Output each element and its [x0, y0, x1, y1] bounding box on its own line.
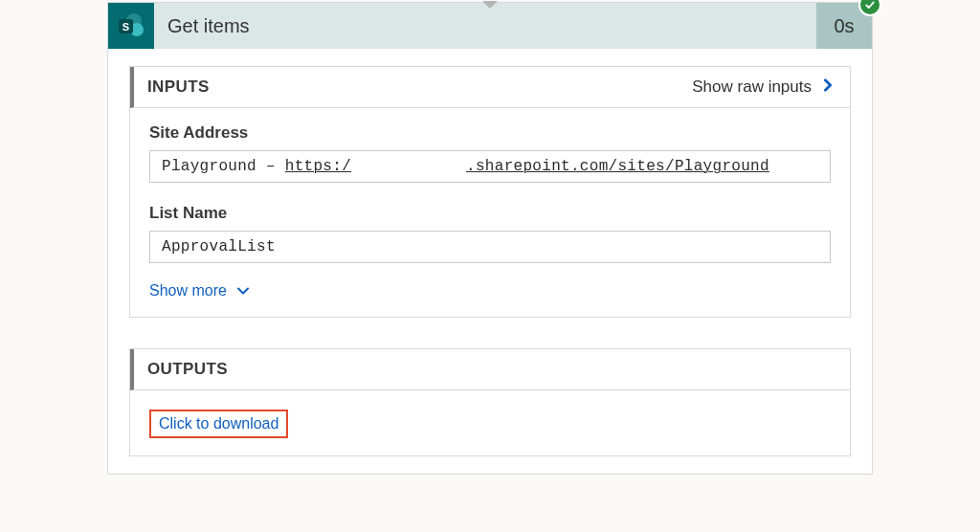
site-address-label: Site Address	[149, 123, 831, 143]
show-raw-inputs-link[interactable]: Show raw inputs	[692, 78, 835, 97]
outputs-panel-body: Click to download	[130, 390, 850, 455]
action-title: Get items	[154, 3, 816, 49]
show-more-link[interactable]: Show more	[149, 282, 250, 299]
inputs-panel-header: INPUTS Show raw inputs	[130, 67, 850, 108]
outputs-title: OUTPUTS	[147, 360, 228, 379]
action-body: INPUTS Show raw inputs Site Address Play…	[108, 49, 872, 474]
chevron-down-icon	[236, 286, 250, 296]
download-highlight: Click to download	[149, 410, 288, 438]
outputs-panel: OUTPUTS Click to download	[129, 348, 851, 456]
site-address-value: Playground – https:/.sharepoint.com/site…	[149, 150, 831, 183]
check-icon	[864, 0, 876, 11]
inputs-panel-body: Site Address Playground – https:/.sharep…	[130, 108, 850, 317]
outputs-panel-header: OUTPUTS	[130, 349, 850, 390]
list-name-value: ApprovalList	[149, 231, 831, 263]
inputs-panel: INPUTS Show raw inputs Site Address Play…	[129, 66, 851, 318]
status-success-badge	[858, 0, 881, 16]
action-header[interactable]: S Get items 0s	[108, 3, 872, 49]
chevron-right-icon	[821, 78, 835, 97]
sharepoint-icon: S	[108, 3, 154, 49]
show-more-label: Show more	[149, 282, 227, 299]
list-name-label: List Name	[149, 204, 831, 223]
show-raw-inputs-label: Show raw inputs	[692, 78, 812, 97]
action-card: S Get items 0s INPUTS Show raw inputs Si…	[107, 2, 873, 475]
connector-arrow-icon	[482, 1, 498, 9]
inputs-title: INPUTS	[147, 78, 210, 97]
click-to-download-link[interactable]: Click to download	[159, 415, 278, 432]
